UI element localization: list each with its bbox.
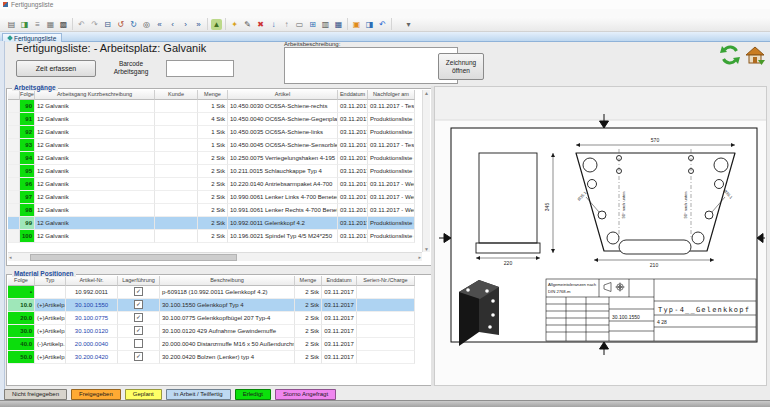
- cell: 2 Stk: [198, 217, 228, 230]
- arbeitsgang-row[interactable]: 9112 Galvanik4 Stk10.450.0040 OC6SA-Schi…: [8, 113, 422, 126]
- arbeitsgang-row[interactable]: 9012 Galvanik1 Stk10.450.0030 OC6SA-Schi…: [8, 100, 422, 113]
- toolbar-move-up-icon[interactable]: ↑: [281, 19, 292, 30]
- toolbar-copy-b-icon[interactable]: ◨: [364, 19, 375, 30]
- arbeitsgang-row[interactable]: 9312 Galvanik1 Stk10.450.0045 OC6SA-Schi…: [8, 139, 422, 152]
- toolbar-image-icon[interactable]: ▲: [211, 19, 222, 30]
- cell: 03.11.2017: [338, 113, 368, 126]
- toolbar-edit-icon[interactable]: ✎: [242, 19, 253, 30]
- material-row[interactable]: 10.0(+)Artikelp...30.100.155030.100.1550…: [8, 299, 430, 312]
- arbeitsgaenge-vscrollbar[interactable]: ▲▼: [422, 90, 430, 252]
- cell: 90: [20, 100, 35, 113]
- toolbar-copy-a-icon[interactable]: ▣: [351, 19, 362, 30]
- toolbar-nav-first-icon[interactable]: «: [154, 19, 165, 30]
- toolbar-sum-icon[interactable]: ▦: [333, 19, 344, 30]
- lagerfuehrung-checkbox[interactable]: [134, 326, 143, 335]
- lagerfuehrung-checkbox[interactable]: [134, 287, 143, 296]
- toolbar-revert-icon[interactable]: ↺: [115, 19, 126, 30]
- lagerfuehrung-checkbox[interactable]: [134, 300, 143, 309]
- arbeitsgang-row[interactable]: 9912 Galvanik2 Stk10.992.0011 Gelenkkopf…: [8, 217, 422, 230]
- column-header: Kunde: [155, 90, 198, 100]
- toolbar-add-icon[interactable]: ✦: [229, 19, 240, 30]
- arbeitsgang-row[interactable]: 9212 Galvanik1 Stk10.450.0035 OC6SA-Schi…: [8, 126, 422, 139]
- legend-nicht-freigegeben[interactable]: Nicht freigegeben: [4, 389, 67, 400]
- arbeitsgaenge-hscrollbar[interactable]: ◂ ▸: [8, 252, 422, 261]
- toolbar-delete-icon[interactable]: ✖: [255, 19, 266, 30]
- arbeitsgang-row[interactable]: 9512 Galvanik2 Stk10.211.0015 Schlauchka…: [8, 165, 422, 178]
- legend-storno-angefragt[interactable]: Storno Angefragt: [275, 389, 336, 400]
- annotation-rot-right: 90° nach unten: [683, 192, 688, 219]
- toolbar-design-icon[interactable]: ≡: [32, 19, 43, 30]
- barcode-input[interactable]: [166, 60, 234, 77]
- toolbar-nav-last-icon[interactable]: »: [193, 19, 204, 30]
- lagerfuehrung-checkbox[interactable]: [134, 339, 143, 348]
- lagerfuehrung-checkbox[interactable]: [134, 352, 143, 361]
- home-icon[interactable]: [744, 44, 766, 66]
- cell: (-)Artikelp...: [35, 338, 66, 351]
- toolbar-save-icon[interactable]: ⊟: [102, 19, 113, 30]
- arbeitsgang-row[interactable]: 9612 Galvanik2 Stk10.220.0140 Antriebsar…: [8, 178, 422, 191]
- toolbar-window-icon[interactable]: ⊞: [307, 19, 318, 30]
- cell: 12 Galvanik: [35, 217, 155, 230]
- material-row[interactable]: 50.0(+)Artikelp...30.200.042030.200.0420…: [8, 351, 430, 364]
- cell: 2 Stk: [198, 191, 228, 204]
- lagerfuehrung-checkbox[interactable]: [134, 313, 143, 322]
- cell: 50.0: [8, 351, 35, 364]
- toolbar-search-icon[interactable]: ◎: [141, 19, 152, 30]
- toolbar-columns-icon[interactable]: ▥: [320, 19, 331, 30]
- cell: 2 Stk: [198, 204, 228, 217]
- zeichnung-oeffnen-button[interactable]: Zeichnung öffnen: [438, 53, 484, 80]
- toolbar-nav-prev-icon[interactable]: ‹: [167, 19, 178, 30]
- toolbar-preview-icon[interactable]: ◨: [19, 19, 30, 30]
- toolbar-more-icon[interactable]: ▾: [403, 19, 414, 30]
- arbeitsgang-row[interactable]: 9812 Galvanik2 Stk10.991.0061 Lenker Rec…: [8, 204, 422, 217]
- toolbar-refresh-icon[interactable]: ↻: [128, 19, 139, 30]
- toolbar-form-icon[interactable]: ▭: [294, 19, 305, 30]
- cell: [118, 351, 160, 364]
- arbeitsbeschreibung-textarea[interactable]: [284, 47, 458, 84]
- material-row[interactable]: 20.0(+)Artikelp...30.100.077530.100.0775…: [8, 312, 430, 325]
- dim-210: 210: [650, 262, 659, 268]
- material-row[interactable]: 40.0(-)Artikelp...20.000.004020.000.0040…: [8, 338, 430, 351]
- titleblock-tolerance-1: Allgemeintoleranzen nach: [548, 282, 597, 287]
- cell: 03.11.2017: [322, 351, 357, 364]
- cell: 20.000.0040: [66, 338, 118, 351]
- legend-freigegeben[interactable]: Freigegeben: [71, 389, 121, 400]
- tab-fertigungsliste[interactable]: Fertigungsliste: [2, 33, 62, 42]
- material-row[interactable]: 30.0(+)Artikelp...30.100.012030.100.0120…: [8, 325, 430, 338]
- toolbar-nav-next-icon[interactable]: ›: [180, 19, 191, 30]
- toolbar-undo-big-icon[interactable]: ↶: [377, 19, 388, 30]
- legend-geplant[interactable]: Geplant: [125, 389, 162, 400]
- hscroll-right-arrow[interactable]: ▸: [418, 253, 421, 261]
- arbeitsgang-row[interactable]: 9712 Galvanik2 Stk10.990.0061 Lenker Lin…: [8, 191, 422, 204]
- cell: 30.100.1550 Gelenkkopf Typ 4: [160, 299, 295, 312]
- toolbar-table-view-icon[interactable]: ▩: [58, 19, 69, 30]
- toolbar-redo-small-icon[interactable]: ↷: [89, 19, 100, 30]
- cell: 03.11.2017: [338, 178, 368, 191]
- left-collapsed-panel[interactable]: [0, 41, 5, 400]
- cell: 96: [20, 178, 35, 191]
- cell: 99: [20, 217, 35, 230]
- toolbar-move-down-icon[interactable]: ↓: [268, 19, 279, 30]
- arbeitsgang-row[interactable]: 10012 Galvanik2 Stk10.196.0021 Spindel T…: [8, 230, 422, 243]
- toolbar-print-icon[interactable]: ▤: [6, 19, 17, 30]
- hscroll-left-arrow[interactable]: ◂: [9, 253, 12, 261]
- dim-570: 570: [651, 137, 660, 143]
- cell: 10.250.0075 Verriegelungshaken 4-195: [228, 152, 338, 165]
- cell: 10.220.0140 Antriebsarmpaket A4-700: [228, 178, 338, 191]
- refresh-icon[interactable]: [719, 44, 741, 66]
- zeit-erfassen-button[interactable]: Zeit erfassen: [16, 60, 96, 77]
- dim-345: 345: [544, 203, 550, 212]
- legend-in-arbeit-teilfertig[interactable]: in Arbeit / Teilfertig: [166, 389, 231, 400]
- arbeitsgang-row[interactable]: 9412 Galvanik2 Stk10.250.0075 Verriegelu…: [8, 152, 422, 165]
- tab-strip: Fertigungsliste: [0, 32, 770, 42]
- cell: 10.196.0021 Spindel Typ 4/5 M24*250: [228, 230, 338, 243]
- cell: 03.11.2017: [322, 325, 357, 338]
- cell: [8, 113, 20, 126]
- material-row[interactable]: ▪10.992.0011p-609118 (10.992.0011 Gelenk…: [8, 286, 430, 299]
- cell: 03.11.2017: [338, 152, 368, 165]
- hscroll-thumb[interactable]: [30, 254, 237, 261]
- toolbar-undo-small-icon[interactable]: ↶: [76, 19, 87, 30]
- toolbar-grid-view-icon[interactable]: ▦: [45, 19, 56, 30]
- titleblock-artnr: 30.100.1550: [612, 314, 640, 320]
- legend-erledigt[interactable]: Erledigt: [235, 389, 271, 400]
